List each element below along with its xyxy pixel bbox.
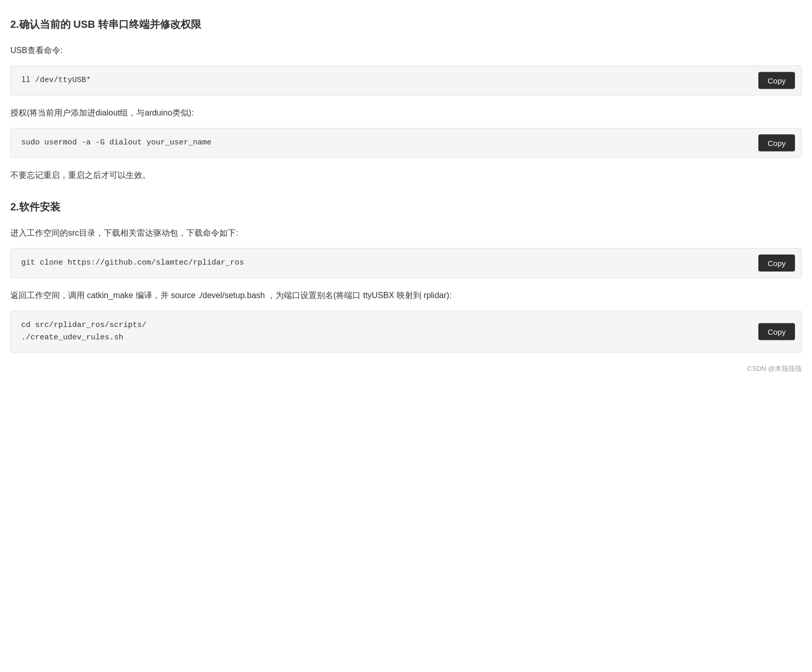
code-block-code-cd: cd src/rplidar_ros/scripts/ ./create_ude… (10, 310, 802, 353)
code-content-code-usermod: sudo usermod -a -G dialout your_user_nam… (21, 137, 750, 149)
paragraph-0-2: 授权(将当前用户添加进dialout组，与arduino类似): (10, 106, 802, 120)
section-1: 2.软件安装进入工作空间的src目录，下载相关雷达驱动包，下载命令如下:git … (10, 198, 802, 353)
section-0: 2.确认当前的 USB 转串口终端并修改权限USB查看命令:ll /dev/tt… (10, 15, 802, 183)
code-content-code-cd: cd src/rplidar_ros/scripts/ ./create_ude… (21, 319, 750, 344)
footer: CSDN @木筏筏筏 (10, 363, 802, 374)
paragraph-1-0: 进入工作空间的src目录，下载相关雷达驱动包，下载命令如下: (10, 226, 802, 240)
paragraph-1-2: 返回工作空间，调用 catkin_make 编译，并 source ./deve… (10, 288, 802, 302)
copy-button-code-ll[interactable]: Copy (758, 72, 795, 89)
copy-button-code-usermod[interactable]: Copy (758, 135, 795, 152)
code-content-code-ll: ll /dev/ttyUSB* (21, 74, 750, 87)
section-heading-0: 2.确认当前的 USB 转串口终端并修改权限 (10, 15, 802, 33)
code-block-code-usermod: sudo usermod -a -G dialout your_user_nam… (10, 128, 802, 158)
code-block-code-ll: ll /dev/ttyUSB*Copy (10, 65, 802, 95)
code-content-code-git: git clone https://github.com/slamtec/rpl… (21, 257, 750, 269)
section-heading-1: 2.软件安装 (10, 198, 802, 216)
paragraph-0-4: 不要忘记重启，重启之后才可以生效。 (10, 168, 802, 182)
copy-button-code-git[interactable]: Copy (758, 254, 795, 271)
copy-button-code-cd[interactable]: Copy (758, 323, 795, 340)
page-content: 2.确认当前的 USB 转串口终端并修改权限USB查看命令:ll /dev/tt… (10, 15, 802, 374)
code-block-code-git: git clone https://github.com/slamtec/rpl… (10, 248, 802, 278)
paragraph-0-0: USB查看命令: (10, 43, 802, 57)
